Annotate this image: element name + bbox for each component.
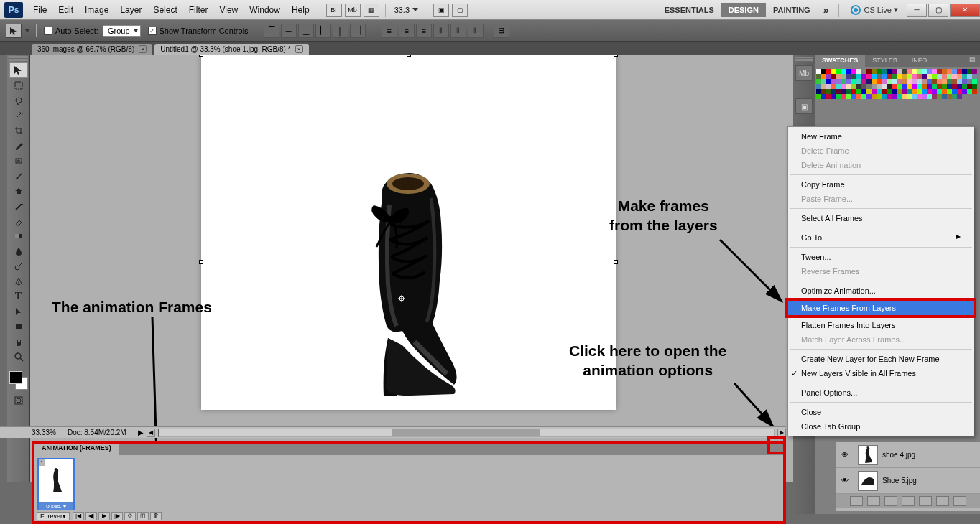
brush-tool[interactable] (9, 168, 28, 183)
dodge-tool[interactable] (9, 258, 28, 273)
swatch[interactable] (861, 89, 866, 94)
menu-close-tab-group[interactable]: Close Tab Group (788, 419, 974, 434)
swatch[interactable] (912, 84, 917, 89)
swatch[interactable] (856, 69, 861, 74)
swatch[interactable] (866, 74, 872, 79)
gradient-tool[interactable] (9, 228, 28, 243)
maximize-button[interactable]: ▢ (928, 4, 948, 17)
marquee-tool[interactable] (9, 78, 28, 93)
swatch[interactable] (937, 79, 942, 84)
menu-make-frames-from-layers[interactable]: Make Frames From Layers (788, 301, 974, 315)
menu-optimize-animation[interactable]: Optimize Animation... (788, 284, 974, 298)
bridge-icon[interactable]: Br (326, 4, 342, 17)
menu-image[interactable]: Image (79, 5, 114, 15)
swatch[interactable] (937, 74, 942, 79)
menu-filter[interactable]: Filter (183, 5, 214, 15)
swatch[interactable] (892, 69, 897, 74)
swatch[interactable] (861, 69, 866, 74)
history-panel-icon[interactable]: ▣ (795, 98, 813, 114)
swatch[interactable] (861, 94, 866, 99)
swatch[interactable] (851, 84, 856, 89)
swatch[interactable] (836, 79, 841, 84)
swatch[interactable] (866, 94, 872, 99)
swatch[interactable] (877, 94, 882, 99)
swatch[interactable] (912, 94, 917, 99)
layer-name[interactable]: shoe 4.jpg (882, 451, 915, 459)
eraser-tool[interactable] (9, 213, 28, 228)
styles-tab[interactable]: STYLES (865, 55, 905, 67)
animation-frame[interactable]: 1 0 sec. ▾ (37, 458, 75, 512)
layer-row[interactable]: 👁 shoe 4.jpg (836, 442, 980, 468)
swatch[interactable] (972, 74, 977, 79)
swatch[interactable] (897, 69, 902, 74)
swatch[interactable] (856, 79, 861, 84)
hand-tool[interactable] (9, 334, 28, 349)
swatch[interactable] (917, 79, 922, 84)
swatch[interactable] (902, 74, 907, 79)
transform-handle[interactable] (407, 55, 411, 57)
swatch[interactable] (846, 94, 851, 99)
swatch[interactable] (816, 84, 821, 89)
swatch[interactable] (922, 84, 927, 89)
swatch[interactable] (821, 84, 826, 89)
swatch[interactable] (932, 69, 937, 74)
swatch[interactable] (962, 74, 967, 79)
swatch[interactable] (932, 79, 937, 84)
new-layer-icon[interactable] (936, 496, 949, 506)
tween-button[interactable]: ⟳ (124, 512, 136, 520)
swatch[interactable] (826, 79, 831, 84)
swatch[interactable] (912, 79, 917, 84)
distribute-hcenter-icon[interactable]: ⦀ (450, 24, 466, 38)
screen-mode-icon[interactable]: ▦ (364, 4, 379, 17)
close-tab-icon[interactable]: × (295, 45, 303, 53)
swatch[interactable] (902, 89, 907, 94)
swatch[interactable] (846, 89, 851, 94)
swatch[interactable] (952, 79, 957, 84)
swatch[interactable] (856, 94, 861, 99)
menu-select[interactable]: Select (147, 5, 182, 15)
swatch[interactable] (821, 74, 826, 79)
swatch[interactable] (861, 79, 866, 84)
link-layers-icon[interactable] (850, 496, 863, 506)
swatch[interactable] (866, 69, 872, 74)
swatch[interactable] (861, 74, 866, 79)
swatch[interactable] (967, 74, 972, 79)
swatch[interactable] (937, 84, 942, 89)
swatch[interactable] (897, 94, 902, 99)
path-selection-tool[interactable] (9, 304, 28, 319)
swatch[interactable] (972, 84, 977, 89)
scroll-left-button[interactable]: ◀ (147, 429, 155, 437)
swatch[interactable] (927, 84, 932, 89)
swatch[interactable] (927, 94, 932, 99)
new-frame-button[interactable]: ◫ (137, 512, 149, 520)
swatch[interactable] (957, 79, 962, 84)
swatch[interactable] (942, 79, 947, 84)
swatch[interactable] (816, 89, 821, 94)
swatch[interactable] (877, 79, 882, 84)
status-zoom[interactable]: 33.33% (32, 429, 56, 436)
layer-row[interactable]: 👁 Shoe 5.jpg (836, 468, 980, 494)
magic-wand-tool[interactable] (9, 108, 28, 123)
autoselect-target-select[interactable]: Group (103, 25, 141, 37)
menu-panel-options[interactable]: Panel Options... (788, 385, 974, 400)
align-left-icon[interactable]: ▏ (315, 24, 331, 38)
swatch[interactable] (912, 74, 917, 79)
menu-new-layers-visible[interactable]: New Layers Visible in All Frames (788, 366, 974, 380)
swatch[interactable] (851, 89, 856, 94)
workspace-essentials[interactable]: ESSENTIALS (657, 3, 721, 17)
swatch[interactable] (882, 69, 887, 74)
swatch[interactable] (816, 74, 821, 79)
menu-window[interactable]: Window (244, 5, 286, 15)
swatch[interactable] (872, 69, 877, 74)
workspace-more-icon[interactable]: » (818, 4, 835, 16)
menu-layer[interactable]: Layer (114, 5, 147, 15)
lasso-tool[interactable] (9, 93, 28, 108)
swatch[interactable] (907, 74, 912, 79)
swatch[interactable] (836, 84, 841, 89)
swatch[interactable] (851, 79, 856, 84)
move-tool[interactable] (9, 62, 28, 78)
menu-close[interactable]: Close (788, 405, 974, 419)
swatch[interactable] (831, 89, 836, 94)
play-button[interactable]: ▶ (98, 512, 110, 520)
swatch[interactable] (897, 79, 902, 84)
